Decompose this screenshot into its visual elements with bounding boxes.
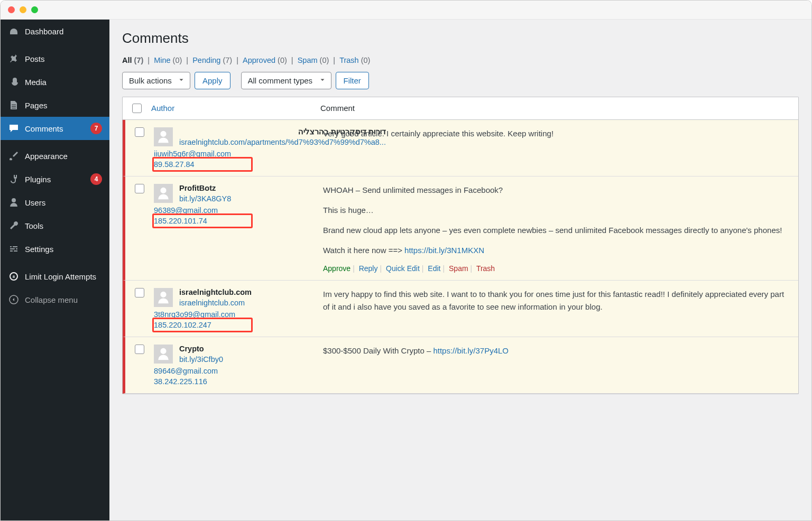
column-author-header[interactable]: Author [151, 104, 320, 113]
comment-body: Im very happy to find this web site. I w… [323, 288, 790, 313]
row-checkbox[interactable] [135, 184, 144, 193]
author-url-link[interactable]: israelnightclub.com [179, 299, 252, 307]
sidebar-item-limit-login-attempts[interactable]: Limit Login Attempts [1, 265, 109, 288]
spam-link[interactable]: Spam [449, 264, 468, 273]
comment-body: WHOAH – Send unlimited messages in Faceb… [323, 184, 790, 257]
sidebar-item-settings[interactable]: Settings [1, 237, 109, 260]
page-title: Comments [122, 30, 799, 46]
author-name: ProfitBotz [179, 184, 231, 192]
edit-link[interactable]: Edit [428, 264, 440, 273]
apply-button[interactable]: Apply [195, 72, 230, 89]
sidebar-item-pages[interactable]: Pages [1, 94, 109, 117]
media-icon [8, 76, 20, 88]
sidebar-item-label: Tools [25, 221, 102, 230]
app-window: Dashboard Posts Media Pages Comments 7 A… [0, 0, 812, 521]
author-email-link[interactable]: 3t8nrq3o99@gmail.com [154, 310, 315, 319]
table-row: israelnightclub.com israelnightclub.com … [123, 281, 798, 337]
table-row: ProfitBotz bit.ly/3KA8GY8 96389@gmail.co… [123, 176, 798, 281]
table-row: Crypto bit.ly/3iCfby0 89646@gmail.com 38… [123, 337, 798, 394]
main-layout: Dashboard Posts Media Pages Comments 7 A… [1, 20, 811, 520]
comment-body: Very good article. I certainly appreciat… [323, 127, 790, 140]
filter-link-mine[interactable]: Mine (0) [154, 56, 182, 64]
filter-button[interactable]: Filter [336, 72, 369, 89]
author-email-link[interactable]: 89646@gmail.com [154, 367, 315, 375]
sidebar-item-comments[interactable]: Comments 7 [1, 117, 109, 140]
filter-link-all[interactable]: All (7) [122, 56, 143, 64]
sidebar-item-label: Users [25, 198, 102, 207]
row-checkbox[interactable] [135, 288, 144, 297]
quick-edit-link[interactable]: Quick Edit [386, 264, 420, 273]
author-name: israelnightclub.com [179, 288, 252, 296]
author-url-link[interactable]: bit.ly/3KA8GY8 [179, 194, 231, 203]
column-comment-header: Comment [320, 104, 798, 113]
author-email-link[interactable]: iiuwih5q6r@gmail.com [154, 150, 315, 158]
author-ip-link[interactable]: 38.242.225.116 [154, 377, 315, 386]
sidebar-item-label: Limit Login Attempts [25, 272, 102, 281]
page-icon [8, 99, 20, 111]
sidebar-item-users[interactable]: Users [1, 191, 109, 214]
row-checkbox[interactable] [135, 345, 144, 354]
reply-link[interactable]: Reply [359, 264, 378, 273]
sidebar-item-label: Appearance [25, 152, 102, 161]
sidebar-item-plugins[interactable]: Plugins 4 [1, 168, 109, 191]
row-actions: Approve| Reply| Quick Edit| Edit| Spam| … [323, 264, 790, 273]
window-maximize-icon[interactable] [31, 6, 38, 13]
sidebar-item-label: Media [25, 78, 102, 87]
lock-icon [8, 271, 20, 282]
comments-table: Author Comment דירות דיסקרטיות בהרצליה i… [122, 97, 799, 394]
window-minimize-icon[interactable] [20, 6, 26, 13]
collapse-menu-button[interactable]: Collapse menu [1, 288, 109, 311]
wrench-icon [8, 220, 20, 231]
sidebar-badge: 7 [90, 123, 102, 134]
pin-icon [8, 53, 20, 64]
comment-body: $300-$500 Daily With Crypto – https://bi… [323, 345, 790, 357]
sidebar-item-label: Settings [25, 245, 102, 254]
trash-link[interactable]: Trash [476, 264, 495, 273]
author-ip-link[interactable]: 89.58.27.84 [154, 160, 315, 169]
author-name: Crypto [179, 345, 223, 353]
sidebar-item-dashboard[interactable]: Dashboard [1, 20, 109, 43]
sidebar-item-label: Posts [25, 54, 102, 63]
window-titlebar [1, 1, 811, 20]
brush-icon [8, 150, 20, 162]
bulk-actions-select[interactable]: Bulk actions [122, 72, 190, 89]
sidebar-item-label: Pages [25, 101, 102, 110]
filter-link-approved[interactable]: Approved (0) [243, 56, 287, 64]
filter-link-spam[interactable]: Spam (0) [298, 56, 329, 64]
sidebar-item-media[interactable]: Media [1, 70, 109, 94]
approve-link[interactable]: Approve [323, 264, 350, 273]
sidebar-item-label: Plugins [25, 175, 85, 184]
sidebar-item-label: Dashboard [25, 27, 102, 36]
author-ip-link[interactable]: 185.220.101.74 [154, 217, 315, 225]
user-icon [8, 197, 20, 208]
collapse-icon [8, 294, 20, 305]
sidebar-badge: 4 [90, 173, 102, 185]
author-url-link[interactable]: bit.ly/3iCfby0 [179, 355, 223, 364]
admin-sidebar: Dashboard Posts Media Pages Comments 7 A… [1, 20, 109, 520]
select-all-checkbox[interactable] [132, 104, 142, 113]
sidebar-item-label: Comments [25, 124, 85, 133]
action-bar: Bulk actions Apply All comment types [122, 72, 799, 89]
filter-link-pending[interactable]: Pending (7) [192, 56, 232, 64]
dashboard-icon [8, 25, 20, 37]
avatar [154, 127, 173, 146]
window-close-icon[interactable] [8, 6, 15, 13]
sidebar-item-posts[interactable]: Posts [1, 47, 109, 70]
collapse-label: Collapse menu [25, 295, 78, 304]
avatar [154, 345, 173, 364]
row-checkbox[interactable] [135, 127, 144, 137]
table-header-row: Author Comment [123, 97, 798, 120]
sidebar-item-tools[interactable]: Tools [1, 214, 109, 237]
comment-icon [8, 123, 20, 134]
avatar [154, 184, 173, 203]
author-email-link[interactable]: 96389@gmail.com [154, 206, 315, 215]
avatar [154, 288, 173, 307]
plug-icon [8, 173, 20, 185]
content-area: Comments All (7) | Mine (0) | Pending (7… [109, 20, 811, 520]
settings-icon [8, 243, 20, 255]
filter-links: All (7) | Mine (0) | Pending (7) | Appro… [122, 56, 799, 64]
comment-type-select[interactable]: All comment types [241, 72, 331, 89]
sidebar-item-appearance[interactable]: Appearance [1, 144, 109, 168]
author-ip-link[interactable]: 185.220.102.247 [154, 321, 315, 329]
filter-link-trash[interactable]: Trash (0) [339, 56, 370, 64]
